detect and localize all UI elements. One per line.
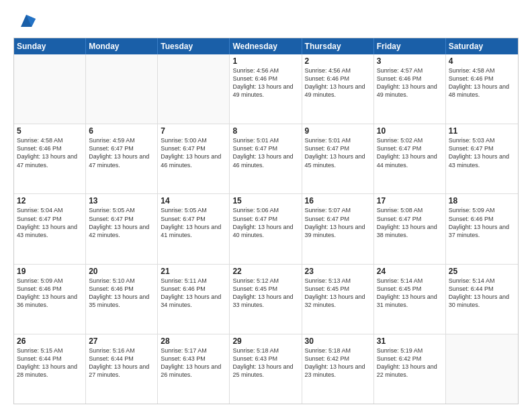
calendar-week-row: 19Sunrise: 5:09 AM Sunset: 6:46 PM Dayli… (14, 265, 518, 334)
calendar-cell (446, 334, 518, 404)
cell-info: Sunrise: 4:56 AM Sunset: 6:46 PM Dayligh… (232, 66, 298, 99)
day-number: 3 (377, 56, 443, 66)
cell-info: Sunrise: 5:09 AM Sunset: 6:46 PM Dayligh… (17, 277, 83, 310)
day-number: 20 (89, 267, 154, 276)
calendar-cell: 20Sunrise: 5:10 AM Sunset: 6:46 PM Dayli… (86, 265, 158, 334)
cell-info: Sunrise: 5:09 AM Sunset: 6:46 PM Dayligh… (449, 206, 515, 239)
cell-info: Sunrise: 4:58 AM Sunset: 6:46 PM Dayligh… (449, 66, 515, 99)
calendar-header-cell: Sunday (14, 38, 86, 54)
cell-info: Sunrise: 5:06 AM Sunset: 6:47 PM Dayligh… (232, 206, 298, 239)
cell-info: Sunrise: 4:59 AM Sunset: 6:47 PM Dayligh… (89, 136, 154, 169)
cell-info: Sunrise: 5:14 AM Sunset: 6:45 PM Dayligh… (377, 277, 443, 310)
day-number: 12 (17, 196, 83, 205)
calendar-cell (158, 54, 230, 124)
calendar-cell: 8Sunrise: 5:01 AM Sunset: 6:47 PM Daylig… (230, 124, 302, 193)
day-number: 5 (17, 126, 83, 136)
day-number: 1 (232, 56, 298, 66)
cell-info: Sunrise: 5:08 AM Sunset: 6:47 PM Dayligh… (377, 206, 443, 239)
calendar-cell: 2Sunrise: 4:56 AM Sunset: 6:46 PM Daylig… (302, 54, 374, 124)
calendar-cell: 30Sunrise: 5:18 AM Sunset: 6:42 PM Dayli… (302, 334, 374, 404)
cell-info: Sunrise: 4:58 AM Sunset: 6:46 PM Dayligh… (17, 136, 83, 169)
calendar-cell: 5Sunrise: 4:58 AM Sunset: 6:46 PM Daylig… (14, 124, 86, 193)
calendar-header-row: SundayMondayTuesdayWednesdayThursdayFrid… (14, 38, 518, 54)
cell-info: Sunrise: 5:01 AM Sunset: 6:47 PM Dayligh… (305, 136, 371, 169)
calendar-body: 1Sunrise: 4:56 AM Sunset: 6:46 PM Daylig… (14, 54, 518, 404)
cell-info: Sunrise: 5:11 AM Sunset: 6:46 PM Dayligh… (161, 277, 226, 310)
calendar-cell: 9Sunrise: 5:01 AM Sunset: 6:47 PM Daylig… (302, 124, 374, 193)
cell-info: Sunrise: 5:16 AM Sunset: 6:44 PM Dayligh… (89, 347, 154, 379)
calendar-cell: 13Sunrise: 5:05 AM Sunset: 6:47 PM Dayli… (86, 194, 158, 263)
calendar-cell: 10Sunrise: 5:02 AM Sunset: 6:47 PM Dayli… (374, 124, 446, 193)
calendar-header-cell: Monday (86, 38, 158, 54)
day-number: 21 (161, 267, 226, 276)
cell-info: Sunrise: 5:14 AM Sunset: 6:44 PM Dayligh… (449, 277, 515, 310)
calendar-cell: 28Sunrise: 5:17 AM Sunset: 6:43 PM Dayli… (158, 334, 230, 404)
calendar-cell: 21Sunrise: 5:11 AM Sunset: 6:46 PM Dayli… (158, 265, 230, 334)
day-number: 16 (305, 196, 371, 205)
cell-info: Sunrise: 5:19 AM Sunset: 6:42 PM Dayligh… (377, 347, 443, 379)
calendar-cell: 26Sunrise: 5:15 AM Sunset: 6:44 PM Dayli… (14, 334, 86, 404)
calendar-cell (14, 54, 86, 124)
cell-info: Sunrise: 5:10 AM Sunset: 6:46 PM Dayligh… (89, 277, 154, 310)
day-number: 24 (377, 267, 443, 276)
cell-info: Sunrise: 5:18 AM Sunset: 6:43 PM Dayligh… (232, 347, 298, 379)
day-number: 30 (305, 336, 371, 346)
day-number: 6 (89, 126, 154, 136)
day-number: 23 (305, 267, 371, 276)
day-number: 25 (449, 267, 515, 276)
logo-icon (17, 12, 36, 31)
cell-info: Sunrise: 5:03 AM Sunset: 6:47 PM Dayligh… (449, 136, 515, 169)
page: SundayMondayTuesdayWednesdayThursdayFrid… (0, 0, 532, 411)
calendar-cell: 27Sunrise: 5:16 AM Sunset: 6:44 PM Dayli… (86, 334, 158, 404)
day-number: 13 (89, 196, 154, 205)
calendar-cell: 23Sunrise: 5:13 AM Sunset: 6:45 PM Dayli… (302, 265, 374, 334)
calendar-cell: 3Sunrise: 4:57 AM Sunset: 6:46 PM Daylig… (374, 54, 446, 124)
cell-info: Sunrise: 5:05 AM Sunset: 6:47 PM Dayligh… (161, 206, 226, 239)
calendar-week-row: 12Sunrise: 5:04 AM Sunset: 6:47 PM Dayli… (14, 194, 518, 264)
cell-info: Sunrise: 5:12 AM Sunset: 6:45 PM Dayligh… (232, 277, 298, 310)
cell-info: Sunrise: 5:07 AM Sunset: 6:47 PM Dayligh… (305, 206, 371, 239)
calendar-cell: 16Sunrise: 5:07 AM Sunset: 6:47 PM Dayli… (302, 194, 374, 263)
day-number: 27 (89, 336, 154, 346)
calendar-cell: 7Sunrise: 5:00 AM Sunset: 6:47 PM Daylig… (158, 124, 230, 193)
cell-info: Sunrise: 5:13 AM Sunset: 6:45 PM Dayligh… (305, 277, 371, 310)
calendar-cell (86, 54, 158, 124)
day-number: 9 (305, 126, 371, 136)
calendar-header-cell: Saturday (446, 38, 518, 54)
cell-info: Sunrise: 5:18 AM Sunset: 6:42 PM Dayligh… (305, 347, 371, 379)
calendar-cell: 25Sunrise: 5:14 AM Sunset: 6:44 PM Dayli… (446, 265, 518, 334)
calendar-cell: 19Sunrise: 5:09 AM Sunset: 6:46 PM Dayli… (14, 265, 86, 334)
cell-info: Sunrise: 5:05 AM Sunset: 6:47 PM Dayligh… (89, 206, 154, 239)
calendar-cell: 12Sunrise: 5:04 AM Sunset: 6:47 PM Dayli… (14, 194, 86, 263)
day-number: 8 (232, 126, 298, 136)
cell-info: Sunrise: 5:01 AM Sunset: 6:47 PM Dayligh… (232, 136, 298, 169)
calendar-cell: 4Sunrise: 4:58 AM Sunset: 6:46 PM Daylig… (446, 54, 518, 124)
calendar-header-cell: Thursday (302, 38, 374, 54)
calendar-header-cell: Wednesday (230, 38, 302, 54)
calendar-cell: 17Sunrise: 5:08 AM Sunset: 6:47 PM Dayli… (374, 194, 446, 263)
day-number: 29 (232, 336, 298, 346)
calendar-cell: 11Sunrise: 5:03 AM Sunset: 6:47 PM Dayli… (446, 124, 518, 193)
calendar-cell: 15Sunrise: 5:06 AM Sunset: 6:47 PM Dayli… (230, 194, 302, 263)
cell-info: Sunrise: 5:02 AM Sunset: 6:47 PM Dayligh… (377, 136, 443, 169)
calendar-cell: 31Sunrise: 5:19 AM Sunset: 6:42 PM Dayli… (374, 334, 446, 404)
day-number: 17 (377, 196, 443, 205)
day-number: 22 (232, 267, 298, 276)
calendar-cell: 1Sunrise: 4:56 AM Sunset: 6:46 PM Daylig… (230, 54, 302, 124)
day-number: 26 (17, 336, 83, 346)
calendar-week-row: 5Sunrise: 4:58 AM Sunset: 6:46 PM Daylig… (14, 124, 518, 194)
cell-info: Sunrise: 5:15 AM Sunset: 6:44 PM Dayligh… (17, 347, 83, 379)
day-number: 2 (305, 56, 371, 66)
calendar-cell: 22Sunrise: 5:12 AM Sunset: 6:45 PM Dayli… (230, 265, 302, 334)
calendar-cell: 29Sunrise: 5:18 AM Sunset: 6:43 PM Dayli… (230, 334, 302, 404)
calendar-cell: 18Sunrise: 5:09 AM Sunset: 6:46 PM Dayli… (446, 194, 518, 263)
day-number: 7 (161, 126, 226, 136)
cell-info: Sunrise: 4:56 AM Sunset: 6:46 PM Dayligh… (305, 66, 371, 99)
day-number: 18 (449, 196, 515, 205)
calendar-cell: 14Sunrise: 5:05 AM Sunset: 6:47 PM Dayli… (158, 194, 230, 263)
calendar-cell: 24Sunrise: 5:14 AM Sunset: 6:45 PM Dayli… (374, 265, 446, 334)
calendar-cell: 6Sunrise: 4:59 AM Sunset: 6:47 PM Daylig… (86, 124, 158, 193)
calendar-header-cell: Tuesday (158, 38, 230, 54)
day-number: 15 (232, 196, 298, 205)
cell-info: Sunrise: 4:57 AM Sunset: 6:46 PM Dayligh… (377, 66, 443, 99)
